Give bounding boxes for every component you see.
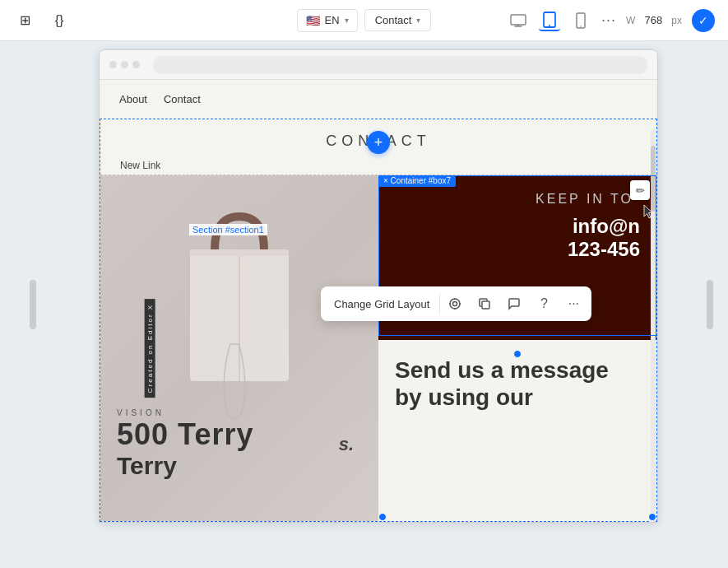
page-chevron-icon: ▾	[416, 16, 420, 25]
language-selector[interactable]: 🇺🇸 EN ▾	[297, 9, 358, 32]
grid-toolbar: Change Grid Layout	[321, 286, 591, 321]
nav-contact[interactable]: Contact	[164, 93, 201, 105]
width-unit: px	[671, 15, 682, 26]
phone-text: 123-456	[395, 238, 640, 261]
by-using-text: by using our	[395, 384, 640, 411]
width-value[interactable]: 768	[638, 14, 668, 26]
browser-dot-yellow	[121, 61, 128, 68]
flag-icon: 🇺🇸	[306, 14, 320, 27]
vision-label: VISION	[117, 408, 253, 417]
svg-point-2	[549, 25, 550, 26]
left-resize-handle[interactable]	[30, 280, 36, 329]
container-badge[interactable]: × Container #box7	[378, 175, 456, 187]
grid-icon[interactable]: ⊞	[13, 9, 36, 32]
brand-mark: s.	[339, 434, 354, 455]
language-label: EN	[325, 14, 340, 26]
vision-text: VISION 500 Terry Terry	[117, 408, 253, 480]
vision-number: 500 Terry	[117, 417, 253, 452]
svg-point-4	[580, 26, 582, 27]
right-resize-panel	[691, 41, 728, 568]
right-resize-handle[interactable]	[707, 280, 713, 329]
page-name: Contact	[375, 14, 412, 26]
keep-in-touch-text: KEEP IN TO	[395, 192, 640, 207]
tablet-icon[interactable]	[539, 10, 560, 31]
site-nav: About Contact	[100, 80, 657, 119]
new-link-text[interactable]: New Link	[100, 156, 656, 175]
grid-more-button[interactable]: ···	[559, 289, 588, 319]
grid-help-button[interactable]: ?	[529, 289, 559, 319]
resize-handle-middle-bottom[interactable]	[513, 350, 522, 358]
send-message-text: Send us a message	[395, 356, 640, 384]
svg-rect-14	[482, 301, 489, 309]
mobile-icon[interactable]	[570, 10, 591, 31]
svg-rect-0	[511, 15, 526, 25]
grid-toolbar-label: Change Grid Layout	[324, 298, 439, 310]
created-on-label: Created on Editor X	[145, 299, 155, 398]
top-toolbar: ⊞ {} 🇺🇸 EN ▾ Contact ▾	[0, 0, 728, 41]
page-selector[interactable]: Contact ▾	[364, 9, 432, 31]
width-group: W 768 px	[626, 14, 682, 26]
toolbar-center: 🇺🇸 EN ▾ Contact ▾	[297, 9, 432, 32]
grid-copy-button[interactable]	[470, 289, 499, 319]
grid-target-button[interactable]	[440, 289, 470, 319]
resize-handle-bottom-left[interactable]	[378, 513, 387, 521]
check-button[interactable]: ✓	[692, 9, 715, 32]
browser-bar	[100, 50, 657, 80]
add-section-button[interactable]: +	[367, 131, 390, 154]
svg-point-9	[453, 302, 457, 306]
email-text: info@n	[395, 215, 640, 238]
resize-handle-bottom-right[interactable]	[648, 513, 656, 521]
more-options-button[interactable]: ···	[601, 12, 616, 29]
svg-rect-7	[190, 249, 289, 256]
toolbar-left: ⊞ {}	[13, 9, 71, 32]
browser-dots	[109, 61, 140, 68]
browser-dot-red	[109, 61, 117, 68]
main-area: About Contact Section #section1 + CONTAC…	[0, 41, 728, 568]
svg-point-8	[450, 299, 460, 309]
browser-url-bar[interactable]	[153, 56, 647, 74]
grid-comment-button[interactable]	[499, 289, 529, 319]
width-label: W	[626, 15, 635, 26]
canvas-wrapper: About Contact Section #section1 + CONTAC…	[66, 41, 691, 568]
right-cell: × Container #box7 ✏ KEEP IN TO info@n 12…	[378, 175, 656, 521]
edit-button[interactable]: ✏	[630, 180, 650, 200]
left-resize-panel	[0, 41, 66, 568]
lang-chevron-icon: ▾	[345, 16, 349, 25]
nav-about[interactable]: About	[119, 93, 147, 105]
right-cell-bottom: Send us a message by using our	[378, 340, 656, 521]
vision-terry: Terry	[117, 452, 253, 480]
code-icon[interactable]: {}	[48, 9, 71, 32]
help-icon: ?	[540, 296, 548, 311]
grid-area: Created on Editor X s. VISION 500 Terry …	[100, 175, 656, 521]
toolbar-right: ··· W 768 px ✓	[508, 9, 715, 32]
browser-dot-green	[132, 61, 140, 68]
section-label: Section #section1	[189, 224, 267, 235]
desktop-icon[interactable]	[508, 10, 529, 31]
scroll-track	[651, 129, 656, 523]
more-icon: ···	[568, 296, 579, 311]
scroll-thumb[interactable]	[651, 146, 656, 212]
